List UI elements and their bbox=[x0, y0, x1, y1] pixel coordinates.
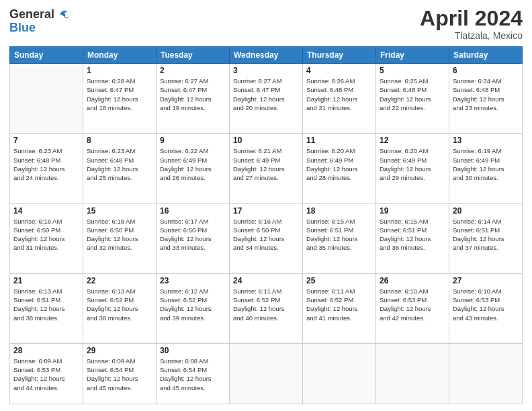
day-info: Sunrise: 6:27 AM Sunset: 6:47 PM Dayligh… bbox=[160, 77, 226, 112]
table-row: 4Sunrise: 6:26 AM Sunset: 6:48 PM Daylig… bbox=[303, 64, 376, 134]
day-info: Sunrise: 6:08 AM Sunset: 6:54 PM Dayligh… bbox=[160, 357, 226, 392]
day-info: Sunrise: 6:23 AM Sunset: 6:48 PM Dayligh… bbox=[13, 146, 79, 182]
table-row: 19Sunrise: 6:15 AM Sunset: 6:51 PM Dayli… bbox=[376, 203, 449, 273]
table-row: 5Sunrise: 6:25 AM Sunset: 6:48 PM Daylig… bbox=[376, 64, 449, 134]
day-info: Sunrise: 6:15 AM Sunset: 6:51 PM Dayligh… bbox=[380, 217, 445, 253]
table-row bbox=[449, 343, 523, 404]
table-row: 17Sunrise: 6:16 AM Sunset: 6:50 PM Dayli… bbox=[230, 203, 303, 273]
table-row: 8Sunrise: 6:23 AM Sunset: 6:48 PM Daylig… bbox=[83, 134, 157, 203]
day-number: 13 bbox=[453, 136, 519, 145]
day-info: Sunrise: 6:10 AM Sunset: 6:53 PM Dayligh… bbox=[380, 287, 445, 322]
col-friday: Friday bbox=[376, 47, 449, 64]
day-info: Sunrise: 6:23 AM Sunset: 6:48 PM Dayligh… bbox=[87, 146, 152, 182]
day-info: Sunrise: 6:09 AM Sunset: 6:53 PM Dayligh… bbox=[13, 357, 79, 392]
day-info: Sunrise: 6:28 AM Sunset: 6:47 PM Dayligh… bbox=[87, 77, 152, 112]
col-monday: Monday bbox=[83, 47, 157, 64]
day-number: 23 bbox=[160, 276, 226, 285]
table-row: 15Sunrise: 6:18 AM Sunset: 6:50 PM Dayli… bbox=[83, 203, 157, 273]
table-row: 9Sunrise: 6:22 AM Sunset: 6:49 PM Daylig… bbox=[157, 134, 230, 203]
day-info: Sunrise: 6:15 AM Sunset: 6:51 PM Dayligh… bbox=[306, 217, 372, 253]
col-thursday: Thursday bbox=[303, 47, 376, 64]
logo: General Blue bbox=[9, 7, 71, 34]
day-number: 19 bbox=[380, 206, 445, 216]
day-number: 17 bbox=[233, 206, 299, 216]
table-row: 25Sunrise: 6:11 AM Sunset: 6:52 PM Dayli… bbox=[303, 273, 376, 343]
day-number: 15 bbox=[87, 206, 152, 216]
day-info: Sunrise: 6:09 AM Sunset: 6:54 PM Dayligh… bbox=[87, 357, 152, 392]
day-info: Sunrise: 6:26 AM Sunset: 6:48 PM Dayligh… bbox=[306, 77, 372, 112]
table-row: 22Sunrise: 6:13 AM Sunset: 6:52 PM Dayli… bbox=[83, 273, 157, 343]
calendar-week-3: 14Sunrise: 6:18 AM Sunset: 6:50 PM Dayli… bbox=[10, 203, 523, 273]
day-number: 4 bbox=[306, 66, 372, 75]
calendar-week-1: 1Sunrise: 6:28 AM Sunset: 6:47 PM Daylig… bbox=[10, 64, 523, 134]
table-row: 26Sunrise: 6:10 AM Sunset: 6:53 PM Dayli… bbox=[376, 273, 449, 343]
table-row: 10Sunrise: 6:21 AM Sunset: 6:49 PM Dayli… bbox=[230, 134, 303, 203]
day-number: 6 bbox=[453, 66, 519, 75]
table-row: 27Sunrise: 6:10 AM Sunset: 6:53 PM Dayli… bbox=[449, 273, 523, 343]
day-number: 3 bbox=[233, 66, 299, 75]
title-block: April 2024 Tlatzala, Mexico bbox=[420, 7, 523, 41]
day-number: 26 bbox=[380, 276, 445, 285]
day-number: 10 bbox=[233, 136, 299, 145]
header: General Blue April 2024 Tlatzala, Mexico bbox=[9, 7, 523, 41]
day-number: 7 bbox=[13, 136, 79, 145]
day-number: 22 bbox=[87, 276, 152, 285]
table-row: 18Sunrise: 6:15 AM Sunset: 6:51 PM Dayli… bbox=[303, 203, 376, 273]
day-info: Sunrise: 6:14 AM Sunset: 6:51 PM Dayligh… bbox=[453, 217, 519, 253]
day-number: 12 bbox=[380, 136, 445, 145]
main-title: April 2024 bbox=[420, 7, 523, 30]
day-info: Sunrise: 6:20 AM Sunset: 6:49 PM Dayligh… bbox=[306, 146, 372, 182]
day-number: 27 bbox=[453, 276, 519, 285]
table-row: 21Sunrise: 6:13 AM Sunset: 6:51 PM Dayli… bbox=[10, 273, 83, 343]
day-number: 28 bbox=[13, 346, 79, 355]
day-info: Sunrise: 6:19 AM Sunset: 6:49 PM Dayligh… bbox=[453, 146, 519, 182]
table-row: 3Sunrise: 6:27 AM Sunset: 6:47 PM Daylig… bbox=[230, 64, 303, 134]
table-row bbox=[376, 343, 449, 404]
calendar-week-4: 21Sunrise: 6:13 AM Sunset: 6:51 PM Dayli… bbox=[10, 273, 523, 343]
day-info: Sunrise: 6:16 AM Sunset: 6:50 PM Dayligh… bbox=[233, 217, 299, 253]
table-row: 30Sunrise: 6:08 AM Sunset: 6:54 PM Dayli… bbox=[157, 343, 230, 404]
table-row: 1Sunrise: 6:28 AM Sunset: 6:47 PM Daylig… bbox=[83, 64, 157, 134]
day-number: 9 bbox=[160, 136, 226, 145]
day-info: Sunrise: 6:12 AM Sunset: 6:52 PM Dayligh… bbox=[160, 287, 226, 322]
day-number: 21 bbox=[13, 276, 79, 285]
col-saturday: Saturday bbox=[449, 47, 523, 64]
table-row bbox=[10, 64, 83, 134]
day-info: Sunrise: 6:24 AM Sunset: 6:48 PM Dayligh… bbox=[453, 77, 519, 112]
day-info: Sunrise: 6:10 AM Sunset: 6:53 PM Dayligh… bbox=[453, 287, 519, 322]
calendar-header-row: Sunday Monday Tuesday Wednesday Thursday… bbox=[10, 47, 523, 64]
table-row: 23Sunrise: 6:12 AM Sunset: 6:52 PM Dayli… bbox=[157, 273, 230, 343]
day-number: 24 bbox=[233, 276, 299, 285]
day-info: Sunrise: 6:21 AM Sunset: 6:49 PM Dayligh… bbox=[233, 146, 299, 182]
day-info: Sunrise: 6:18 AM Sunset: 6:50 PM Dayligh… bbox=[13, 217, 79, 253]
day-number: 1 bbox=[87, 66, 152, 75]
day-info: Sunrise: 6:17 AM Sunset: 6:50 PM Dayligh… bbox=[160, 217, 226, 253]
col-sunday: Sunday bbox=[10, 47, 83, 64]
day-info: Sunrise: 6:25 AM Sunset: 6:48 PM Dayligh… bbox=[380, 77, 445, 112]
table-row: 14Sunrise: 6:18 AM Sunset: 6:50 PM Dayli… bbox=[10, 203, 83, 273]
logo-blue: Blue bbox=[9, 21, 36, 34]
logo-bird-icon bbox=[56, 7, 71, 21]
day-number: 11 bbox=[306, 136, 372, 145]
day-number: 14 bbox=[13, 206, 79, 216]
day-info: Sunrise: 6:18 AM Sunset: 6:50 PM Dayligh… bbox=[87, 217, 152, 253]
logo-general: General bbox=[9, 8, 54, 20]
page: General Blue April 2024 Tlatzala, Mexico… bbox=[0, 0, 532, 411]
table-row: 13Sunrise: 6:19 AM Sunset: 6:49 PM Dayli… bbox=[449, 134, 523, 203]
table-row: 24Sunrise: 6:11 AM Sunset: 6:52 PM Dayli… bbox=[230, 273, 303, 343]
col-wednesday: Wednesday bbox=[230, 47, 303, 64]
day-number: 30 bbox=[160, 346, 226, 355]
table-row: 20Sunrise: 6:14 AM Sunset: 6:51 PM Dayli… bbox=[449, 203, 523, 273]
day-number: 18 bbox=[306, 206, 372, 216]
day-info: Sunrise: 6:27 AM Sunset: 6:47 PM Dayligh… bbox=[233, 77, 299, 112]
table-row: 28Sunrise: 6:09 AM Sunset: 6:53 PM Dayli… bbox=[10, 343, 83, 404]
day-info: Sunrise: 6:13 AM Sunset: 6:51 PM Dayligh… bbox=[13, 287, 79, 322]
day-info: Sunrise: 6:20 AM Sunset: 6:49 PM Dayligh… bbox=[380, 146, 445, 182]
table-row: 12Sunrise: 6:20 AM Sunset: 6:49 PM Dayli… bbox=[376, 134, 449, 203]
calendar-week-5: 28Sunrise: 6:09 AM Sunset: 6:53 PM Dayli… bbox=[10, 343, 523, 404]
day-number: 5 bbox=[380, 66, 445, 75]
day-number: 16 bbox=[160, 206, 226, 216]
table-row: 7Sunrise: 6:23 AM Sunset: 6:48 PM Daylig… bbox=[10, 134, 83, 203]
calendar-week-2: 7Sunrise: 6:23 AM Sunset: 6:48 PM Daylig… bbox=[10, 134, 523, 203]
day-number: 20 bbox=[453, 206, 519, 216]
